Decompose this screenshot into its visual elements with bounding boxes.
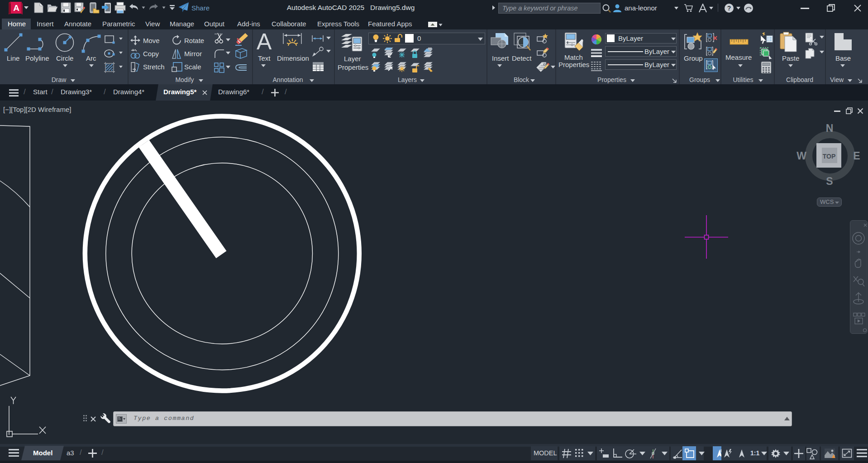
svg-text:N: N bbox=[826, 122, 834, 134]
svg-text:?: ? bbox=[727, 5, 731, 12]
svg-text:A: A bbox=[13, 3, 19, 13]
svg-text:TOP: TOP bbox=[823, 153, 836, 160]
svg-text:S: S bbox=[826, 175, 833, 187]
svg-text:E: E bbox=[853, 150, 860, 162]
svg-text:W: W bbox=[796, 150, 806, 162]
